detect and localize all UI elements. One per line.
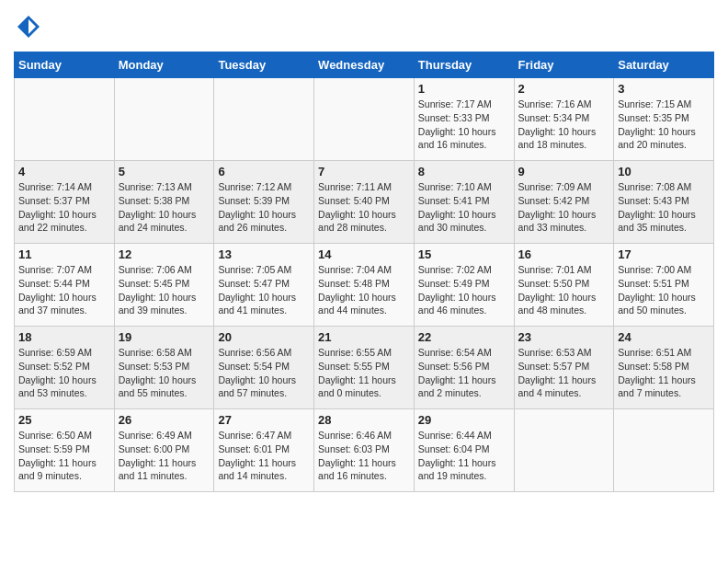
calendar-cell: 5Sunrise: 7:13 AMSunset: 5:38 PMDaylight… [114, 161, 214, 244]
calendar-week-row: 18Sunrise: 6:59 AMSunset: 5:52 PMDayligh… [15, 327, 714, 409]
day-number: 3 [618, 82, 710, 96]
calendar-cell: 28Sunrise: 6:46 AMSunset: 6:03 PMDayligh… [314, 409, 415, 492]
calendar-cell: 19Sunrise: 6:58 AMSunset: 5:53 PMDayligh… [114, 327, 214, 409]
day-number: 16 [518, 247, 610, 261]
calendar-cell: 4Sunrise: 7:14 AMSunset: 5:37 PMDaylight… [15, 161, 115, 244]
logo [14, 14, 41, 44]
calendar-cell: 24Sunrise: 6:51 AMSunset: 5:58 PMDayligh… [614, 327, 714, 409]
day-number: 25 [18, 413, 110, 427]
cell-info: Sunrise: 6:44 AMSunset: 6:04 PMDaylight:… [418, 429, 510, 483]
cell-info: Sunrise: 7:16 AMSunset: 5:34 PMDaylight:… [518, 98, 610, 152]
col-header-wednesday: Wednesday [314, 52, 415, 78]
calendar-cell: 26Sunrise: 6:49 AMSunset: 6:00 PMDayligh… [114, 409, 214, 492]
day-number: 5 [119, 165, 210, 178]
cell-info: Sunrise: 6:59 AMSunset: 5:52 PMDaylight:… [18, 346, 110, 400]
calendar-cell: 12Sunrise: 7:06 AMSunset: 5:45 PMDayligh… [114, 244, 214, 327]
cell-info: Sunrise: 7:12 AMSunset: 5:39 PMDaylight:… [218, 180, 310, 235]
cell-info: Sunrise: 6:56 AMSunset: 5:54 PMDaylight:… [218, 346, 310, 400]
calendar-cell: 20Sunrise: 6:56 AMSunset: 5:54 PMDayligh… [214, 327, 314, 409]
day-number: 10 [618, 165, 710, 178]
calendar-cell: 25Sunrise: 6:50 AMSunset: 5:59 PMDayligh… [15, 409, 115, 492]
cell-info: Sunrise: 7:02 AMSunset: 5:49 PMDaylight:… [418, 263, 510, 317]
calendar-cell: 17Sunrise: 7:00 AMSunset: 5:51 PMDayligh… [614, 244, 714, 327]
calendar-cell [514, 409, 614, 492]
cell-info: Sunrise: 7:15 AMSunset: 5:35 PMDaylight:… [618, 98, 710, 152]
calendar-table: SundayMondayTuesdayWednesdayThursdayFrid… [14, 52, 714, 492]
cell-info: Sunrise: 6:47 AMSunset: 6:01 PMDaylight:… [218, 429, 310, 483]
cell-info: Sunrise: 7:01 AMSunset: 5:50 PMDaylight:… [518, 263, 610, 317]
calendar-cell [114, 78, 214, 161]
calendar-cell: 6Sunrise: 7:12 AMSunset: 5:39 PMDaylight… [214, 161, 314, 244]
calendar-week-row: 4Sunrise: 7:14 AMSunset: 5:37 PMDaylight… [15, 161, 714, 244]
day-number: 12 [119, 247, 210, 261]
calendar-cell: 8Sunrise: 7:10 AMSunset: 5:41 PMDaylight… [414, 161, 514, 244]
calendar-cell: 2Sunrise: 7:16 AMSunset: 5:34 PMDaylight… [514, 78, 614, 161]
cell-info: Sunrise: 6:53 AMSunset: 5:57 PMDaylight:… [518, 346, 610, 400]
col-header-saturday: Saturday [614, 52, 714, 78]
calendar-cell: 9Sunrise: 7:09 AMSunset: 5:42 PMDaylight… [514, 161, 614, 244]
day-number: 2 [518, 82, 610, 96]
calendar-cell: 10Sunrise: 7:08 AMSunset: 5:43 PMDayligh… [614, 161, 714, 244]
calendar-week-row: 25Sunrise: 6:50 AMSunset: 5:59 PMDayligh… [15, 409, 714, 492]
calendar-cell: 7Sunrise: 7:11 AMSunset: 5:40 PMDaylight… [314, 161, 415, 244]
calendar-cell [314, 78, 415, 161]
calendar-cell [15, 78, 115, 161]
cell-info: Sunrise: 6:55 AMSunset: 5:55 PMDaylight:… [318, 346, 410, 400]
day-number: 20 [218, 330, 310, 344]
calendar-cell: 27Sunrise: 6:47 AMSunset: 6:01 PMDayligh… [214, 409, 314, 492]
calendar-cell: 23Sunrise: 6:53 AMSunset: 5:57 PMDayligh… [514, 327, 614, 409]
cell-info: Sunrise: 6:50 AMSunset: 5:59 PMDaylight:… [18, 429, 110, 483]
cell-info: Sunrise: 7:13 AMSunset: 5:38 PMDaylight:… [119, 180, 210, 235]
day-number: 8 [418, 165, 510, 178]
day-number: 29 [418, 413, 510, 427]
day-number: 11 [18, 247, 110, 261]
day-number: 27 [218, 413, 310, 427]
col-header-tuesday: Tuesday [214, 52, 314, 78]
calendar-cell: 16Sunrise: 7:01 AMSunset: 5:50 PMDayligh… [514, 244, 614, 327]
day-number: 18 [18, 330, 110, 344]
cell-info: Sunrise: 7:11 AMSunset: 5:40 PMDaylight:… [318, 180, 410, 235]
col-header-monday: Monday [114, 52, 214, 78]
cell-info: Sunrise: 7:04 AMSunset: 5:48 PMDaylight:… [318, 263, 410, 317]
cell-info: Sunrise: 6:49 AMSunset: 6:00 PMDaylight:… [119, 429, 210, 483]
cell-info: Sunrise: 6:58 AMSunset: 5:53 PMDaylight:… [119, 346, 210, 400]
day-number: 9 [518, 165, 610, 178]
cell-info: Sunrise: 6:46 AMSunset: 6:03 PMDaylight:… [318, 429, 410, 483]
day-number: 6 [218, 165, 310, 178]
calendar-cell [614, 409, 714, 492]
cell-info: Sunrise: 7:09 AMSunset: 5:42 PMDaylight:… [518, 180, 610, 235]
col-header-sunday: Sunday [15, 52, 115, 78]
day-number: 7 [318, 165, 410, 178]
calendar-cell: 11Sunrise: 7:07 AMSunset: 5:44 PMDayligh… [15, 244, 115, 327]
col-header-thursday: Thursday [414, 52, 514, 78]
cell-info: Sunrise: 7:00 AMSunset: 5:51 PMDaylight:… [618, 263, 710, 317]
day-number: 21 [318, 330, 410, 344]
day-number: 23 [518, 330, 610, 344]
day-number: 28 [318, 413, 410, 427]
cell-info: Sunrise: 7:08 AMSunset: 5:43 PMDaylight:… [618, 180, 710, 235]
calendar-header-row: SundayMondayTuesdayWednesdayThursdayFrid… [15, 52, 714, 78]
cell-info: Sunrise: 7:07 AMSunset: 5:44 PMDaylight:… [18, 263, 110, 317]
calendar-cell: 14Sunrise: 7:04 AMSunset: 5:48 PMDayligh… [314, 244, 415, 327]
cell-info: Sunrise: 7:14 AMSunset: 5:37 PMDaylight:… [18, 180, 110, 235]
cell-info: Sunrise: 6:54 AMSunset: 5:56 PMDaylight:… [418, 346, 510, 400]
day-number: 1 [418, 82, 510, 96]
cell-info: Sunrise: 7:10 AMSunset: 5:41 PMDaylight:… [418, 180, 510, 235]
day-number: 13 [218, 247, 310, 261]
day-number: 15 [418, 247, 510, 261]
calendar-cell: 15Sunrise: 7:02 AMSunset: 5:49 PMDayligh… [414, 244, 514, 327]
calendar-cell: 29Sunrise: 6:44 AMSunset: 6:04 PMDayligh… [414, 409, 514, 492]
calendar-cell: 21Sunrise: 6:55 AMSunset: 5:55 PMDayligh… [314, 327, 415, 409]
col-header-friday: Friday [514, 52, 614, 78]
page-header [14, 9, 714, 44]
cell-info: Sunrise: 7:05 AMSunset: 5:47 PMDaylight:… [218, 263, 310, 317]
day-number: 19 [119, 330, 210, 344]
calendar-cell: 3Sunrise: 7:15 AMSunset: 5:35 PMDaylight… [614, 78, 714, 161]
day-number: 4 [18, 165, 110, 178]
calendar-cell [214, 78, 314, 161]
cell-info: Sunrise: 7:06 AMSunset: 5:45 PMDaylight:… [119, 263, 210, 317]
cell-info: Sunrise: 7:17 AMSunset: 5:33 PMDaylight:… [418, 98, 510, 152]
day-number: 24 [618, 330, 710, 344]
day-number: 22 [418, 330, 510, 344]
calendar-cell: 18Sunrise: 6:59 AMSunset: 5:52 PMDayligh… [15, 327, 115, 409]
